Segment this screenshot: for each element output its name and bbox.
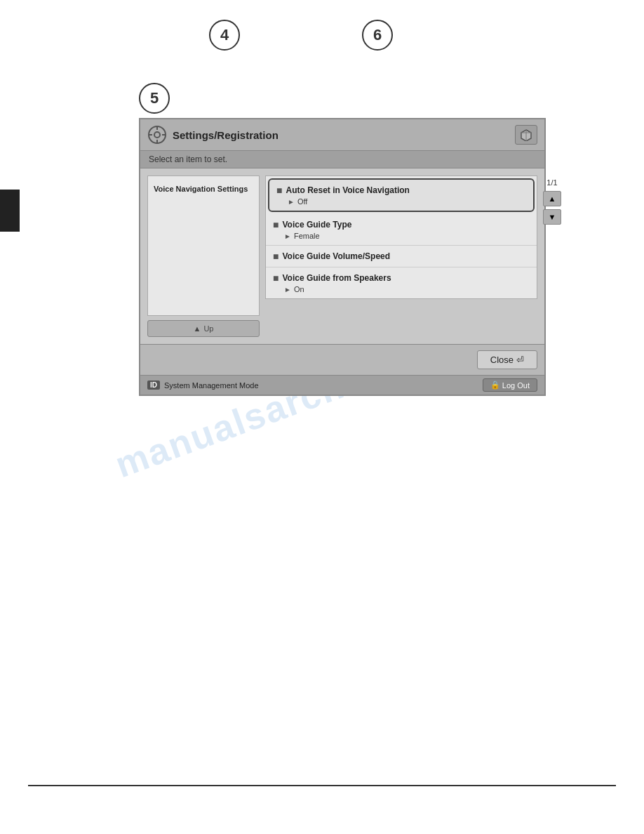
svg-point-5 — [154, 132, 160, 138]
menu-item-2-value: ► Female — [273, 232, 530, 240]
menu-item-2-val-text: Female — [294, 232, 320, 240]
bullet-4: ■ — [273, 272, 279, 284]
menu-item-4-title: ■ Voice Guide from Speakers — [273, 272, 530, 284]
bottom-divider — [28, 785, 616, 786]
menu-item-2-title: ■ Voice Guide Type — [273, 219, 530, 230]
right-panel: ■ Auto Reset in Voice Navigation ► Off ■… — [265, 176, 537, 337]
dialog-bottombar: ID System Management Mode 🔒 Log Out — [140, 375, 544, 395]
close-icon: ⏎ — [516, 355, 524, 365]
dialog-title-group: Settings/Registration — [147, 125, 279, 145]
arrow-4: ► — [284, 286, 291, 293]
up-button-label: Up — [203, 324, 213, 333]
arrow-1: ► — [288, 198, 295, 206]
scroll-down-button[interactable]: ▼ — [543, 209, 561, 225]
up-button[interactable]: ▲ Up — [147, 320, 260, 337]
settings-icon — [147, 125, 167, 145]
menu-item-4-label: Voice Guide from Speakers — [282, 273, 391, 283]
dialog-footer: Close ⏎ — [140, 344, 544, 375]
left-panel-content: Voice Navigation Settings — [147, 176, 260, 316]
logout-label: Log Out — [502, 381, 530, 390]
bottom-bar-left: ID System Management Mode — [147, 380, 259, 390]
system-mode-label: System Management Mode — [164, 381, 259, 390]
scroll-up-button[interactable]: ▲ — [543, 191, 561, 206]
menu-item-voice-guide-speakers[interactable]: ■ Voice Guide from Speakers ► On — [266, 267, 537, 298]
step-5-circle: 5 — [139, 83, 170, 114]
bullet-3: ■ — [273, 251, 279, 262]
settings-dialog: Settings/Registration Select an item to … — [139, 118, 546, 396]
menu-item-1-label: Auto Reset in Voice Navigation — [286, 185, 409, 195]
bullet-1: ■ — [276, 185, 282, 196]
menu-item-3-title: ■ Voice Guide Volume/Speed — [273, 251, 530, 262]
dialog-titlebar: Settings/Registration — [140, 119, 544, 151]
menu-item-1-value: ► Off — [276, 197, 526, 206]
close-button-label: Close — [490, 355, 514, 365]
menu-item-voice-guide-type[interactable]: ■ Voice Guide Type ► Female — [266, 214, 537, 246]
step-4-circle: 4 — [209, 20, 240, 51]
items-wrapper: ■ Auto Reset in Voice Navigation ► Off ■… — [265, 176, 537, 299]
items-container: ■ Auto Reset in Voice Navigation ► Off ■… — [265, 176, 537, 299]
id-badge: ID — [147, 380, 160, 390]
title-icon-button[interactable] — [515, 125, 537, 145]
sidebar-marker — [0, 190, 20, 232]
step-6-circle: 6 — [362, 20, 393, 51]
dialog-body: Voice Navigation Settings ▲ Up ■ Auto Re… — [140, 168, 544, 344]
logout-icon: 🔒 — [490, 380, 500, 390]
bullet-2: ■ — [273, 219, 279, 230]
close-button[interactable]: Close ⏎ — [477, 350, 537, 369]
left-panel-title: Voice Navigation Settings — [154, 185, 248, 193]
cube-icon — [520, 128, 532, 141]
logout-button[interactable]: 🔒 Log Out — [483, 378, 537, 392]
menu-item-auto-reset[interactable]: ■ Auto Reset in Voice Navigation ► Off — [268, 178, 535, 212]
menu-item-3-label: Voice Guide Volume/Speed — [282, 251, 390, 261]
menu-item-voice-guide-volume[interactable]: ■ Voice Guide Volume/Speed — [266, 246, 537, 267]
page-indicator: 1/1 — [546, 178, 557, 187]
menu-item-4-val-text: On — [294, 285, 304, 293]
menu-item-1-val-text: Off — [297, 197, 307, 206]
dialog-title-text: Settings/Registration — [173, 129, 279, 141]
dialog-statusbar: Select an item to set. — [140, 151, 544, 168]
up-arrow-icon: ▲ — [194, 324, 201, 333]
menu-item-1-title: ■ Auto Reset in Voice Navigation — [276, 185, 526, 196]
arrow-2: ► — [284, 232, 291, 240]
scroll-controls: 1/1 ▲ ▼ — [542, 176, 563, 227]
menu-item-4-value: ► On — [273, 285, 530, 293]
menu-item-2-label: Voice Guide Type — [282, 220, 351, 230]
status-text: Select an item to set. — [149, 154, 227, 164]
left-panel: Voice Navigation Settings ▲ Up — [147, 176, 260, 337]
